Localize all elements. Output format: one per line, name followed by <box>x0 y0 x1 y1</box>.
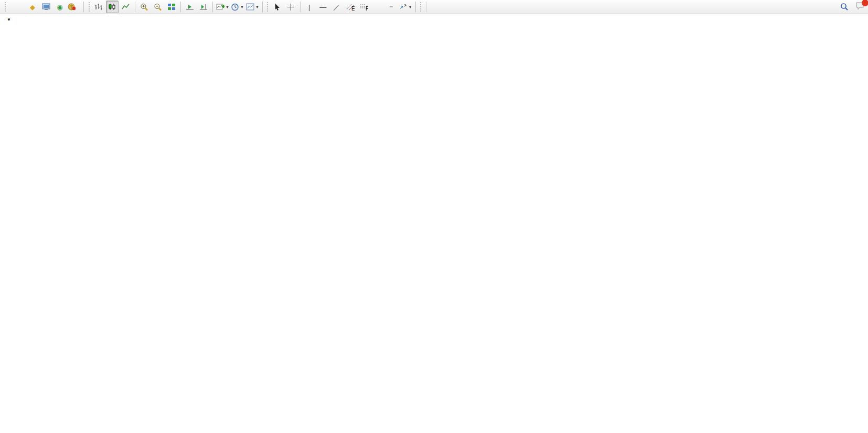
separator <box>300 2 301 12</box>
channel-tool-icon[interactable]: E <box>344 1 357 13</box>
chevron-down-icon: ▼ <box>226 5 229 9</box>
line-chart-type-icon[interactable] <box>120 1 132 13</box>
separator <box>212 2 213 12</box>
svg-text:F: F <box>366 5 368 11</box>
market-watch-icon[interactable]: ◆ <box>26 1 39 13</box>
new-order-button[interactable] <box>8 1 25 13</box>
vertical-line-tool-icon[interactable]: | <box>303 1 316 13</box>
separator <box>135 2 135 12</box>
toolbar-grip <box>420 2 422 12</box>
fibonacci-tool-icon[interactable]: F <box>358 1 370 13</box>
toolbar-grip <box>88 2 90 12</box>
cursor-tool-icon[interactable] <box>271 1 284 13</box>
navigator-icon[interactable]: ◉ <box>53 1 66 13</box>
chevron-down-icon: ▼ <box>255 5 259 9</box>
toolbar: ◆ ◉ ▼ ▼ ▼ <box>0 0 868 14</box>
separator <box>262 2 263 12</box>
chevron-down-icon: ▼ <box>240 5 244 9</box>
chevron-down-icon: ▼ <box>409 5 412 9</box>
chart-shift-icon[interactable] <box>197 1 210 13</box>
text-label-tool-icon[interactable] <box>385 1 398 13</box>
chart-canvas[interactable] <box>0 0 868 433</box>
horizontal-line-tool-icon[interactable]: — <box>317 1 329 13</box>
notification-badge <box>862 0 868 6</box>
search-icon[interactable] <box>838 1 851 13</box>
period-clock-icon[interactable]: ▼ <box>231 1 244 13</box>
template-icon[interactable]: ▼ <box>245 1 260 13</box>
toolbar-grip <box>4 2 6 12</box>
separator <box>83 2 84 12</box>
crosshair-tool-icon[interactable] <box>285 1 297 13</box>
zoom-in-icon[interactable] <box>138 1 151 13</box>
shapes-arrows-tool-icon[interactable]: ▼ <box>399 1 413 13</box>
trendline-tool-icon[interactable]: ／ <box>330 1 343 13</box>
autotrading-button[interactable] <box>67 1 81 13</box>
autotrading-globe-icon <box>68 3 76 10</box>
separator <box>426 2 426 12</box>
zoom-out-icon[interactable] <box>152 1 164 13</box>
auto-scroll-icon[interactable] <box>184 1 196 13</box>
candlestick-chart-type-icon[interactable] <box>106 1 119 13</box>
bar-chart-type-icon[interactable] <box>92 1 105 13</box>
add-indicator-icon[interactable]: ▼ <box>216 1 230 13</box>
separator <box>415 2 416 12</box>
symbol-dropdown-icon[interactable]: ▼ <box>7 17 11 22</box>
tile-windows-icon[interactable] <box>165 1 178 13</box>
text-tool-icon[interactable] <box>371 1 384 13</box>
chart-title-bar: ▼ <box>7 17 24 22</box>
toolbar-grip <box>266 2 269 12</box>
svg-text:E: E <box>351 5 355 11</box>
data-window-icon[interactable] <box>40 1 52 13</box>
notifications-button[interactable] <box>855 2 865 12</box>
separator <box>180 2 181 12</box>
